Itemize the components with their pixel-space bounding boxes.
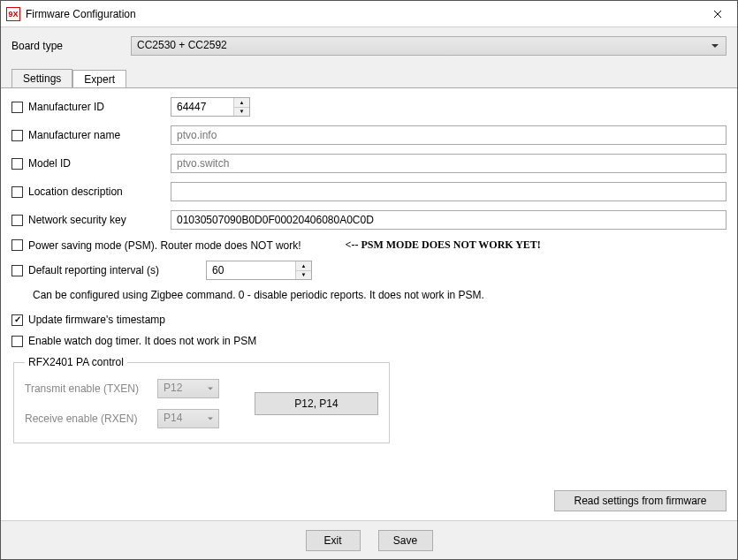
tabs: Settings Expert <box>11 69 727 88</box>
txen-label: Transmit enable (TXEN) <box>25 382 157 395</box>
location-desc-row: Location description <box>11 182 727 201</box>
exit-button[interactable]: Exit <box>306 530 361 551</box>
spinner-down-icon[interactable]: ▼ <box>234 108 249 117</box>
network-key-row: Network security key <box>11 210 727 230</box>
psm-annotation: <-- PSM MODE DOES NOT WORK YET! <box>346 238 541 252</box>
watchdog-checkbox[interactable] <box>11 336 23 347</box>
manufacturer-id-checkbox[interactable] <box>11 102 23 113</box>
rxen-label: Receive enable (RXEN) <box>25 412 157 425</box>
spinner-up-icon[interactable]: ▲ <box>296 261 311 271</box>
manufacturer-name-input[interactable] <box>171 125 727 145</box>
report-interval-note: Can be configured using Zigbee command. … <box>33 289 727 301</box>
manufacturer-name-label: Manufacturer name <box>28 129 120 141</box>
pa-legend: RFX2401 PA control <box>25 356 127 368</box>
tab-content-expert: Manufacturer ID ▲ ▼ Manufacturer name Mo… <box>1 87 737 520</box>
save-button[interactable]: Save <box>378 530 433 551</box>
pa-summary-button[interactable]: P12, P14 <box>255 392 378 415</box>
read-settings-button[interactable]: Read settings from firmware <box>554 490 727 511</box>
close-icon <box>713 10 722 19</box>
report-interval-spinner[interactable]: ▲ ▼ <box>206 261 312 280</box>
titlebar: 9X Firmware Configuration <box>1 1 737 27</box>
pa-control-group: RFX2401 PA control Transmit enable (TXEN… <box>13 356 390 443</box>
spinner-up-icon[interactable]: ▲ <box>234 98 249 108</box>
spinner-down-icon[interactable]: ▼ <box>296 271 311 280</box>
manufacturer-name-row: Manufacturer name <box>11 125 727 145</box>
network-key-label: Network security key <box>28 214 126 226</box>
manufacturer-name-checkbox[interactable] <box>11 130 23 141</box>
tab-expert[interactable]: Expert <box>72 70 126 89</box>
location-desc-input[interactable] <box>171 182 727 201</box>
rxen-value: P14 <box>164 412 182 424</box>
rxen-select: P14 <box>157 409 219 428</box>
manufacturer-id-spinner[interactable]: ▲ ▼ <box>171 97 250 117</box>
window: 9X Firmware Configuration Board type CC2… <box>0 0 738 560</box>
txen-value: P12 <box>164 382 182 394</box>
report-interval-checkbox[interactable] <box>11 265 23 276</box>
report-interval-row: Default reporting interval (s) ▲ ▼ <box>11 261 727 280</box>
update-ts-label: Update firmware's timestamp <box>28 314 165 326</box>
tab-settings[interactable]: Settings <box>11 69 72 88</box>
model-id-checkbox[interactable] <box>11 158 23 170</box>
report-interval-input[interactable] <box>207 261 295 279</box>
psm-row: Power saving mode (PSM). Router mode doe… <box>11 238 727 252</box>
update-ts-checkbox[interactable] <box>11 314 23 326</box>
psm-label: Power saving mode (PSM). Router mode doe… <box>28 239 301 252</box>
location-desc-label: Location description <box>28 185 123 198</box>
upper-panel: Board type CC2530 + CC2592 Settings Expe… <box>1 27 737 87</box>
model-id-label: Model ID <box>28 157 71 170</box>
update-ts-row: Update firmware's timestamp <box>11 314 727 326</box>
location-desc-checkbox[interactable] <box>11 186 23 198</box>
watchdog-label: Enable watch dog timer. It does not work… <box>28 335 256 347</box>
board-type-row: Board type CC2530 + CC2592 <box>11 36 727 56</box>
window-title: Firmware Configuration <box>26 8 697 20</box>
manufacturer-id-label: Manufacturer ID <box>28 101 104 113</box>
manufacturer-id-input[interactable] <box>171 98 233 116</box>
board-type-label: Board type <box>11 40 131 52</box>
close-button[interactable] <box>697 1 737 27</box>
app-icon: 9X <box>6 7 20 21</box>
psm-checkbox[interactable] <box>11 239 23 251</box>
board-type-value: CC2530 + CC2592 <box>137 39 227 51</box>
txen-select: P12 <box>157 379 219 398</box>
manufacturer-id-row: Manufacturer ID ▲ ▼ <box>11 97 727 117</box>
network-key-checkbox[interactable] <box>11 215 23 226</box>
model-id-input[interactable] <box>171 154 727 173</box>
model-id-row: Model ID <box>11 154 727 173</box>
watchdog-row: Enable watch dog timer. It does not work… <box>11 335 727 347</box>
board-type-select[interactable]: CC2530 + CC2592 <box>131 36 727 56</box>
footer: Exit Save <box>1 520 737 559</box>
network-key-input[interactable] <box>171 210 727 230</box>
report-interval-label: Default reporting interval (s) <box>28 264 159 276</box>
